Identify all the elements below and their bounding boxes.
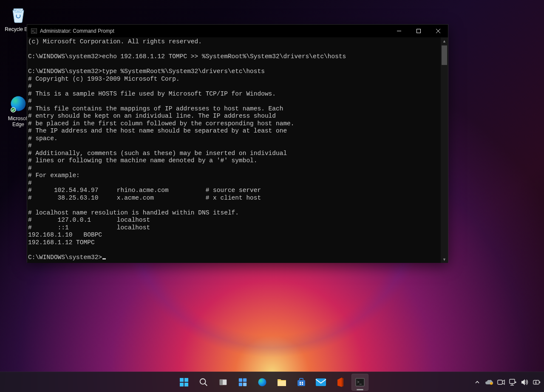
svg-rect-9 [180,378,184,382]
cmd-icon: >_ [31,28,37,34]
svg-rect-16 [220,379,223,385]
command-prompt-window[interactable]: >_ Administrator: Command Prompt (c) Mic… [27,24,448,262]
terminal-taskbar-button[interactable]: >_ [351,374,368,391]
start-button[interactable] [176,374,193,391]
close-button[interactable] [428,25,448,37]
svg-rect-17 [239,378,242,381]
microsoft-store-button[interactable] [293,374,310,391]
svg-rect-24 [300,378,303,381]
mail-button[interactable] [312,374,329,391]
svg-rect-11 [180,383,184,386]
taskbar-center: >_ [176,372,368,392]
scrollbar-thumb[interactable] [442,45,447,65]
svg-rect-34 [498,380,502,384]
svg-point-13 [200,378,206,384]
svg-rect-22 [278,381,286,386]
svg-point-21 [258,378,266,386]
svg-text:!: ! [490,382,491,385]
svg-rect-26 [302,382,303,383]
svg-rect-12 [184,383,188,386]
tray-chevron-icon[interactable] [473,378,481,386]
widgets-button[interactable] [234,374,251,391]
desktop[interactable]: Recycle Bin Microsoft Edge >_ [0,0,544,392]
volume-icon[interactable] [521,378,529,386]
svg-text:>_: >_ [32,29,36,33]
svg-rect-18 [243,378,246,381]
meet-now-icon[interactable] [497,378,505,386]
office-button[interactable] [332,374,349,391]
titlebar[interactable]: >_ Administrator: Command Prompt [27,25,448,37]
svg-rect-25 [300,382,301,383]
svg-text:>_: >_ [357,380,362,384]
svg-rect-28 [302,384,303,385]
terminal-cursor [102,258,106,259]
maximize-button[interactable] [409,25,428,37]
taskbar[interactable]: >_ ! [0,372,544,392]
system-tray: ! [473,372,541,392]
scrollbar-track[interactable] [441,45,448,256]
minimize-button[interactable] [389,25,409,37]
terminal-output[interactable]: (c) Microsoft Corporation. All rights re… [27,37,441,263]
network-icon[interactable] [509,378,517,386]
svg-rect-19 [239,382,242,386]
svg-rect-20 [243,382,246,386]
onedrive-icon[interactable]: ! [485,378,493,386]
svg-rect-23 [298,380,305,386]
edge-taskbar-button[interactable] [254,374,271,391]
svg-rect-37 [539,381,540,383]
search-button[interactable] [195,374,212,391]
task-view-button[interactable] [215,374,232,391]
svg-rect-35 [510,379,515,384]
svg-rect-6 [417,29,421,33]
file-explorer-button[interactable] [273,374,290,391]
svg-rect-29 [316,378,326,386]
scroll-down-button[interactable]: ▼ [441,256,448,263]
svg-line-14 [205,383,207,386]
battery-icon[interactable] [533,378,541,386]
svg-rect-27 [300,384,301,385]
scrollbar[interactable]: ▲ ▼ [441,37,448,263]
window-title: Administrator: Command Prompt [40,28,114,34]
recycle-bin-icon [8,4,28,25]
scroll-up-button[interactable]: ▲ [441,37,448,45]
svg-rect-10 [184,378,188,382]
edge-icon [8,93,28,114]
